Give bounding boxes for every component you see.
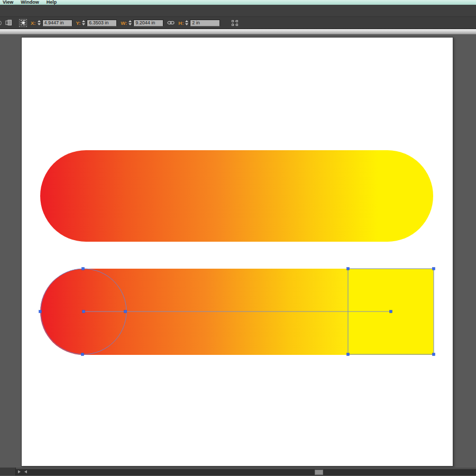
x-label: X: xyxy=(31,20,36,26)
anchor-point[interactable] xyxy=(433,268,435,270)
status-corner-box xyxy=(0,468,16,475)
w-input[interactable] xyxy=(133,20,163,26)
anchor-point[interactable] xyxy=(83,310,85,313)
menu-help[interactable]: Help xyxy=(47,0,57,5)
anchor-point[interactable] xyxy=(124,310,127,313)
isolate-object-icon[interactable] xyxy=(5,20,12,26)
menu-view[interactable]: View xyxy=(3,0,13,5)
artboard[interactable] xyxy=(21,37,453,466)
canvas-pasteboard[interactable] xyxy=(0,34,476,468)
scroll-left-arrow-icon[interactable] xyxy=(24,470,27,473)
y-stepper[interactable] xyxy=(81,20,86,25)
document-window-strip xyxy=(0,29,476,34)
h-stepper[interactable] xyxy=(185,20,189,25)
w-field-group: W: xyxy=(121,20,163,26)
x-stepper[interactable] xyxy=(37,20,41,25)
cropped-edge-icon xyxy=(0,21,2,25)
anchor-point[interactable] xyxy=(81,353,84,356)
scrollbar-thumb[interactable] xyxy=(315,470,323,475)
anchor-point[interactable] xyxy=(390,310,392,313)
menu-window[interactable]: Window xyxy=(21,0,39,5)
scroll-right-arrow-icon[interactable] xyxy=(18,470,21,473)
h-input[interactable] xyxy=(190,20,220,26)
selection-overlay xyxy=(22,38,454,467)
constrain-proportions-icon[interactable] xyxy=(167,20,175,25)
application-top-bar xyxy=(0,5,476,17)
h-label: H: xyxy=(178,20,184,26)
anchor-point[interactable] xyxy=(433,353,435,356)
y-field-group: Y: xyxy=(76,20,117,26)
control-bar: X: Y: W: H: xyxy=(0,17,476,29)
x-field-group: X: xyxy=(31,20,72,26)
free-transform-icon[interactable] xyxy=(231,20,239,26)
anchor-point[interactable] xyxy=(82,268,85,270)
horizontal-scrollbar xyxy=(0,468,476,475)
anchor-point[interactable] xyxy=(347,268,350,270)
y-input[interactable] xyxy=(87,20,117,26)
y-label: Y: xyxy=(76,20,81,26)
x-input[interactable] xyxy=(42,20,72,26)
reference-point-locator[interactable] xyxy=(19,19,27,27)
w-stepper[interactable] xyxy=(128,20,132,25)
h-field-group: H: xyxy=(178,20,220,26)
menu-bar: View Window Help xyxy=(0,0,476,5)
w-label: W: xyxy=(121,20,127,26)
anchor-point[interactable] xyxy=(347,353,350,356)
anchor-point[interactable] xyxy=(39,310,42,313)
